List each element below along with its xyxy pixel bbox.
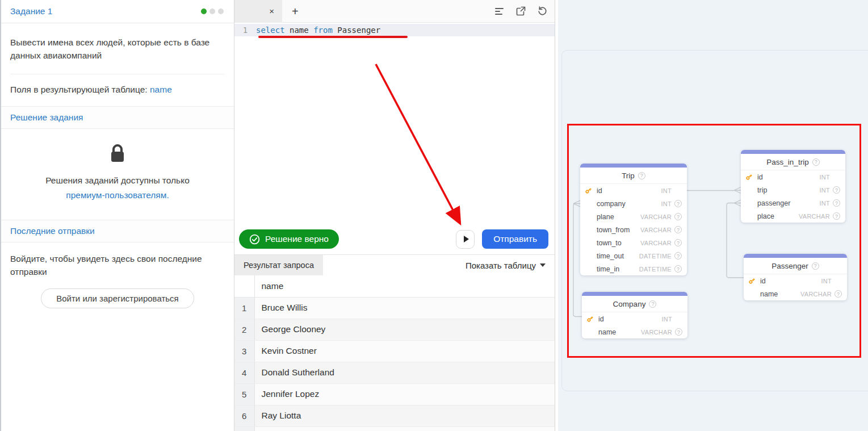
login-register-button[interactable]: Войти или зарегистрироваться (41, 288, 194, 308)
schema-panel[interactable]: Trip ? id INT company INT ? plane VARCHA… (558, 0, 868, 431)
field-row: town_to VARCHAR ? (580, 236, 687, 249)
run-query-button[interactable] (456, 230, 475, 249)
column-header-name: name (254, 275, 555, 297)
field-row: time_out DATETIME ? (580, 249, 687, 262)
table-row[interactable]: 3 Kevin Costner (234, 340, 555, 362)
progress-dots (201, 9, 224, 14)
result-fields-line: Поля в результирующей таблице: name (1, 74, 234, 106)
table-row[interactable]: 4 Donald Sutherland (234, 362, 555, 383)
info-icon[interactable]: ? (833, 186, 840, 194)
submit-button[interactable]: Отправить (482, 229, 548, 249)
info-icon[interactable]: ? (674, 213, 682, 220)
table-name: Trip (622, 171, 635, 180)
editor-actions: Решение верно Отправить (234, 229, 555, 249)
primary-key-icon (586, 315, 594, 323)
line-number: 1 (234, 26, 256, 35)
open-external-icon[interactable] (516, 6, 526, 16)
info-icon[interactable]: ? (674, 252, 682, 260)
field-row: id INT (582, 312, 687, 325)
query-tab[interactable]: × (234, 0, 282, 23)
info-icon[interactable]: ? (835, 290, 842, 298)
reset-query-icon[interactable] (538, 6, 547, 16)
submissions-section-heading[interactable]: Последние отправки (1, 220, 234, 242)
check-circle-icon (249, 234, 260, 245)
solution-correct-button[interactable]: Решение верно (239, 229, 339, 249)
info-icon[interactable]: ? (674, 265, 682, 273)
table-name: Passenger (771, 262, 808, 270)
progress-dot[interactable] (209, 9, 215, 14)
info-icon[interactable]: ? (638, 172, 645, 179)
field-row: name VARCHAR ? (744, 287, 847, 300)
field-row: id INT (744, 274, 847, 287)
editor-tabbar: × + (234, 0, 555, 23)
info-icon[interactable]: ? (812, 158, 820, 166)
field-row: town_from VARCHAR ? (580, 223, 687, 236)
info-icon[interactable]: ? (833, 199, 840, 207)
info-icon[interactable]: ? (812, 262, 819, 270)
chevron-down-icon (540, 263, 546, 267)
table-row-partial[interactable] (234, 426, 555, 431)
close-tab-icon[interactable]: × (269, 7, 274, 15)
field-row: company INT ? (580, 197, 687, 210)
field-row: passenger INT ? (741, 196, 845, 210)
table-row[interactable]: 6 Ray Liotta (234, 405, 555, 426)
results-bar: Результат запроса Показать таблицу (234, 255, 555, 275)
field-row: name VARCHAR ? (582, 325, 687, 338)
task-title[interactable]: Задание 1 (10, 6, 52, 16)
field-row: id INT (580, 184, 687, 197)
primary-key-icon (585, 187, 592, 194)
result-field-link[interactable]: name (150, 85, 172, 94)
add-tab-icon[interactable]: + (292, 6, 299, 17)
field-row: plane VARCHAR ? (580, 210, 687, 223)
info-icon[interactable]: ? (675, 328, 682, 336)
table-card-pass-in-trip[interactable]: Pass_in_trip ? id INT trip INT ? passeng… (741, 150, 845, 223)
info-icon[interactable]: ? (674, 226, 682, 233)
show-table-dropdown[interactable]: Показать таблицу (466, 261, 555, 270)
progress-dot[interactable] (218, 9, 224, 14)
primary-key-icon (745, 173, 753, 181)
results-section: Результат запроса Показать таблицу name … (234, 254, 555, 431)
table-name: Pass_in_trip (766, 158, 808, 166)
task-description: Вывести имена всех людей, которые есть в… (1, 23, 234, 74)
sql-editor[interactable]: 1 select name from Passenger (234, 23, 555, 254)
field-row: time_in DATETIME ? (580, 262, 687, 275)
format-query-icon[interactable] (494, 6, 504, 16)
primary-key-icon (748, 277, 756, 284)
info-icon[interactable]: ? (649, 300, 656, 308)
code-line-1[interactable]: 1 select name from Passenger (234, 24, 555, 36)
result-fields-label: Поля в результирующей таблице: (10, 85, 148, 94)
card-header-bar (582, 292, 687, 296)
lock-icon (109, 144, 126, 163)
info-icon[interactable]: ? (833, 212, 840, 220)
table-card-company[interactable]: Company ? id INT name VARCHAR ? (582, 292, 687, 338)
locked-solution-block: Решения заданий доступны только премиум-… (1, 129, 234, 220)
table-name: Company (613, 300, 646, 308)
results-table: name 1 Bruce Willis 2 George Clooney 3 K… (234, 275, 555, 431)
locked-text: Решения заданий доступны только (15, 173, 220, 188)
info-icon[interactable]: ? (674, 200, 682, 207)
card-header-bar (580, 164, 687, 168)
login-prompt: Войдите, чтобы увидеть здесь свои послед… (1, 242, 234, 281)
card-header-bar (744, 254, 847, 258)
table-card-trip[interactable]: Trip ? id INT company INT ? plane VARCHA… (580, 164, 687, 275)
table-row[interactable]: 2 George Clooney (234, 319, 555, 340)
table-row[interactable]: 5 Jennifer Lopez (234, 383, 555, 405)
field-row: place VARCHAR ? (741, 210, 845, 223)
table-row[interactable]: 1 Bruce Willis (234, 297, 555, 319)
editor-panel: × + (234, 0, 555, 431)
field-row: id INT (741, 170, 845, 183)
task-header: Задание 1 (1, 0, 234, 23)
annotation-underline (258, 36, 408, 38)
sql-query-text[interactable]: select name from Passenger (256, 26, 380, 35)
progress-dot-active[interactable] (201, 9, 207, 14)
table-card-passenger[interactable]: Passenger ? id INT name VARCHAR ? (744, 254, 847, 300)
results-tab[interactable]: Результат запроса (234, 255, 323, 275)
premium-link[interactable]: премиум-пользователям. (66, 190, 169, 200)
card-header-bar (741, 150, 845, 154)
play-icon (464, 236, 469, 242)
sql-academy-app: Задание 1 Вывести имена всех людей, кото… (0, 0, 868, 431)
task-panel: Задание 1 Вывести имена всех людей, кото… (0, 0, 234, 431)
info-icon[interactable]: ? (674, 239, 682, 246)
solution-section-heading[interactable]: Решение задания (1, 106, 234, 129)
annotation-arrow (234, 23, 555, 254)
